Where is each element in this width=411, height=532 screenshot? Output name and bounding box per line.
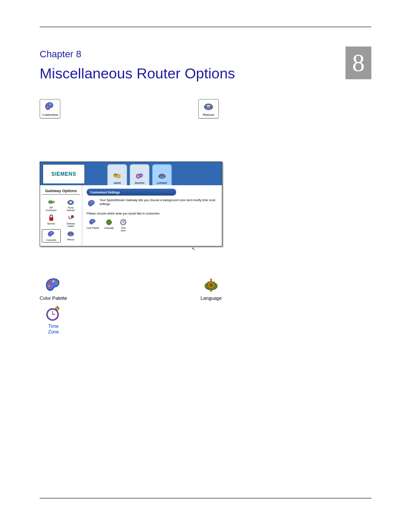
svg-point-6 <box>206 105 211 107</box>
sidebar-item-customize[interactable]: Customize <box>42 229 61 243</box>
customize-options: Color Palette Language Time Zone <box>87 218 218 232</box>
label: Language <box>104 227 114 230</box>
sidebar-item-security[interactable]: Security <box>42 213 61 227</box>
palette-icon <box>40 277 67 295</box>
label: Reboot <box>62 239 81 241</box>
wheel-icon <box>104 218 114 227</box>
svg-point-29 <box>93 202 93 203</box>
label: ISP Connection <box>42 207 61 212</box>
document-page: 8 Chapter 8 Miscellaneous Router Options… <box>0 0 411 532</box>
svg-point-43 <box>55 282 57 284</box>
reboot-icon <box>62 229 81 239</box>
tab-devices[interactable]: DEVICES <box>130 164 149 185</box>
bottom-row-2: Time Zone <box>40 305 371 335</box>
users-icon <box>112 171 122 181</box>
label: Color Palette <box>87 227 99 230</box>
clock-icon <box>44 305 63 323</box>
tab-gateway[interactable]: GATEWAY <box>152 164 172 185</box>
sidebar-item-home[interactable]: Home Network <box>62 197 81 212</box>
svg-point-22 <box>49 233 50 233</box>
sidebar-title: Gateway Options <box>42 189 80 195</box>
svg-point-41 <box>48 281 50 283</box>
wheel-icon <box>201 277 222 295</box>
svg-point-0 <box>47 104 48 106</box>
chapter-number: 8 <box>352 50 365 75</box>
screenshot-body: Gateway Options ISP Connection Home Netw… <box>40 185 222 246</box>
tab-users[interactable]: USERS <box>107 164 127 185</box>
header-rule <box>40 27 371 27</box>
option-time-zone[interactable]: Time Zone <box>119 218 128 232</box>
palette-icon <box>40 101 60 113</box>
tab-users-label: USERS <box>113 182 121 184</box>
customized-settings-bar: Customized Settings <box>87 189 176 196</box>
tab-devices-label: DEVICES <box>135 182 144 184</box>
svg-point-9 <box>115 174 115 175</box>
svg-point-55 <box>216 284 218 286</box>
tab-gateway-label: GATEWAY <box>157 182 167 184</box>
bottom-color-palette[interactable]: Color Palette <box>40 277 67 301</box>
label: Customize <box>42 239 60 242</box>
svg-point-32 <box>93 221 94 222</box>
clock-icon <box>119 218 128 227</box>
sidebar-grid: ISP Connection Home Network Security Gat… <box>42 197 80 243</box>
svg-rect-61 <box>57 306 58 307</box>
svg-point-13 <box>138 176 139 177</box>
svg-rect-19 <box>69 201 72 203</box>
customize-tile-label: Customize <box>40 113 60 117</box>
label: Time Zone <box>119 227 128 232</box>
svg-point-12 <box>139 174 143 177</box>
intro-row: Your SpeedStream Gateway lets you choose… <box>87 198 218 209</box>
lock-icon <box>42 213 61 223</box>
router-screenshot: SIEMENS USERS DEVICES <box>40 162 222 246</box>
plug-icon <box>42 197 61 207</box>
svg-point-25 <box>68 232 74 236</box>
label: Home Network <box>62 207 81 212</box>
svg-point-3 <box>47 106 48 108</box>
chapter-title: Miscellaneous Router Options <box>40 65 371 82</box>
intro-text: Your SpeedStream Gateway lets you choose… <box>100 198 218 209</box>
svg-point-27 <box>90 202 90 203</box>
label: Gateway Health <box>62 223 81 227</box>
screenshot-topbar: SIEMENS USERS DEVICES <box>40 162 222 185</box>
gateway-icon <box>157 171 167 181</box>
svg-rect-16 <box>49 201 52 203</box>
bottom-language[interactable]: Language <box>201 277 222 301</box>
sidebar-item-reboot[interactable]: Reboot <box>62 229 81 243</box>
label: Color Palette <box>40 296 67 301</box>
label: Language <box>201 296 222 301</box>
bar-title: Customized Settings <box>90 191 120 194</box>
palette-icon <box>42 230 60 239</box>
option-language[interactable]: Language <box>104 218 114 232</box>
bottom-row-1: Color Palette Language <box>40 277 371 301</box>
option-color-palette[interactable]: Color Palette <box>87 218 99 232</box>
reboot-tile[interactable]: Reboot <box>198 99 219 118</box>
palette-icon <box>87 198 97 209</box>
palette-icon <box>87 218 99 227</box>
svg-rect-40 <box>125 219 126 221</box>
svg-point-8 <box>117 174 120 178</box>
gateway-sidebar: Gateway Options ISP Connection Home Netw… <box>40 185 82 246</box>
chapter-number-badge: 8 <box>346 47 371 79</box>
reboot-tile-label: Reboot <box>199 113 218 117</box>
svg-point-42 <box>52 280 54 282</box>
svg-point-24 <box>52 233 53 234</box>
screenshot-main: Customized Settings Your SpeedStream Gat… <box>82 185 222 246</box>
sidebar-item-health[interactable]: Gateway Health <box>62 213 81 227</box>
svg-point-1 <box>49 103 50 105</box>
sidebar-item-isp[interactable]: ISP Connection <box>42 197 61 212</box>
svg-point-53 <box>210 290 212 292</box>
svg-point-44 <box>48 285 50 287</box>
svg-rect-20 <box>50 218 53 221</box>
svg-point-54 <box>205 284 206 286</box>
svg-point-28 <box>91 201 92 202</box>
customize-tile[interactable]: Customize <box>40 99 60 118</box>
svg-point-10 <box>116 174 117 175</box>
svg-rect-17 <box>52 201 54 203</box>
tabs: USERS DEVICES GATEWAY <box>87 162 192 185</box>
svg-point-23 <box>51 232 52 233</box>
svg-point-30 <box>90 221 91 221</box>
reboot-icon <box>199 101 218 113</box>
bottom-time-zone[interactable]: Time Zone <box>44 305 63 335</box>
top-tiles-row: Customize Reboot <box>40 99 371 118</box>
siemens-logo: SIEMENS <box>43 164 85 184</box>
